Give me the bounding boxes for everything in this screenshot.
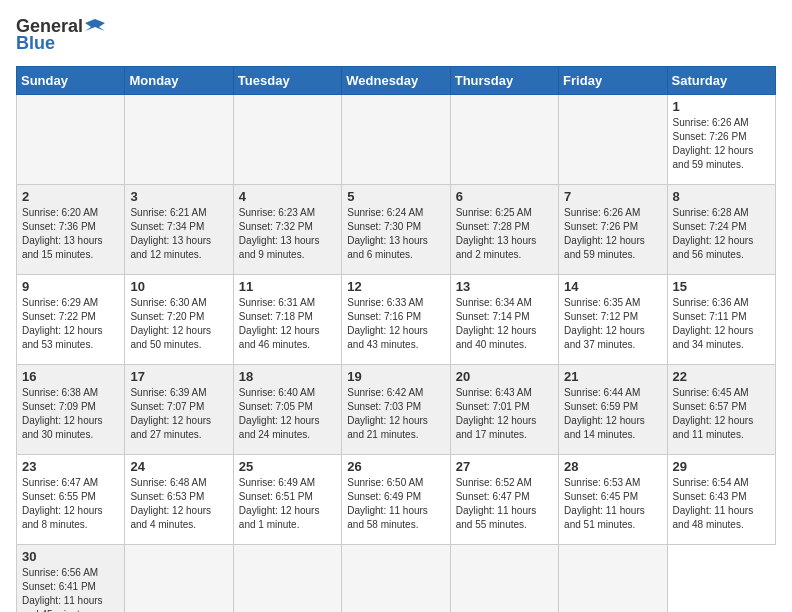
day-info: Sunrise: 6:47 AMSunset: 6:55 PMDaylight:… (22, 476, 119, 532)
calendar-row: 30Sunrise: 6:56 AMSunset: 6:41 PMDayligh… (17, 545, 776, 613)
day-number: 18 (239, 369, 336, 384)
weekday-header-row: SundayMondayTuesdayWednesdayThursdayFrid… (17, 67, 776, 95)
table-row: 15Sunrise: 6:36 AMSunset: 7:11 PMDayligh… (667, 275, 775, 365)
day-number: 30 (22, 549, 119, 564)
day-number: 14 (564, 279, 661, 294)
weekday-friday: Friday (559, 67, 667, 95)
weekday-monday: Monday (125, 67, 233, 95)
day-number: 21 (564, 369, 661, 384)
day-info: Sunrise: 6:39 AMSunset: 7:07 PMDaylight:… (130, 386, 227, 442)
day-info: Sunrise: 6:56 AMSunset: 6:41 PMDaylight:… (22, 566, 119, 612)
day-info: Sunrise: 6:42 AMSunset: 7:03 PMDaylight:… (347, 386, 444, 442)
day-info: Sunrise: 6:44 AMSunset: 6:59 PMDaylight:… (564, 386, 661, 442)
day-number: 2 (22, 189, 119, 204)
table-row: 14Sunrise: 6:35 AMSunset: 7:12 PMDayligh… (559, 275, 667, 365)
table-row (559, 95, 667, 185)
table-row: 4Sunrise: 6:23 AMSunset: 7:32 PMDaylight… (233, 185, 341, 275)
day-info: Sunrise: 6:50 AMSunset: 6:49 PMDaylight:… (347, 476, 444, 532)
table-row: 2Sunrise: 6:20 AMSunset: 7:36 PMDaylight… (17, 185, 125, 275)
calendar-row: 9Sunrise: 6:29 AMSunset: 7:22 PMDaylight… (17, 275, 776, 365)
day-info: Sunrise: 6:31 AMSunset: 7:18 PMDaylight:… (239, 296, 336, 352)
day-info: Sunrise: 6:21 AMSunset: 7:34 PMDaylight:… (130, 206, 227, 262)
table-row: 29Sunrise: 6:54 AMSunset: 6:43 PMDayligh… (667, 455, 775, 545)
day-info: Sunrise: 6:28 AMSunset: 7:24 PMDaylight:… (673, 206, 770, 262)
svg-marker-0 (85, 19, 105, 31)
table-row: 16Sunrise: 6:38 AMSunset: 7:09 PMDayligh… (17, 365, 125, 455)
day-info: Sunrise: 6:54 AMSunset: 6:43 PMDaylight:… (673, 476, 770, 532)
day-number: 4 (239, 189, 336, 204)
day-number: 16 (22, 369, 119, 384)
day-info: Sunrise: 6:26 AMSunset: 7:26 PMDaylight:… (673, 116, 770, 172)
day-number: 5 (347, 189, 444, 204)
day-info: Sunrise: 6:40 AMSunset: 7:05 PMDaylight:… (239, 386, 336, 442)
day-number: 11 (239, 279, 336, 294)
table-row: 8Sunrise: 6:28 AMSunset: 7:24 PMDaylight… (667, 185, 775, 275)
day-number: 20 (456, 369, 553, 384)
day-info: Sunrise: 6:30 AMSunset: 7:20 PMDaylight:… (130, 296, 227, 352)
table-row (342, 545, 450, 613)
table-row (125, 545, 233, 613)
table-row: 27Sunrise: 6:52 AMSunset: 6:47 PMDayligh… (450, 455, 558, 545)
day-info: Sunrise: 6:35 AMSunset: 7:12 PMDaylight:… (564, 296, 661, 352)
day-number: 8 (673, 189, 770, 204)
table-row: 22Sunrise: 6:45 AMSunset: 6:57 PMDayligh… (667, 365, 775, 455)
table-row (233, 95, 341, 185)
day-number: 19 (347, 369, 444, 384)
table-row (17, 95, 125, 185)
table-row (125, 95, 233, 185)
day-number: 22 (673, 369, 770, 384)
day-info: Sunrise: 6:45 AMSunset: 6:57 PMDaylight:… (673, 386, 770, 442)
table-row: 13Sunrise: 6:34 AMSunset: 7:14 PMDayligh… (450, 275, 558, 365)
table-row: 30Sunrise: 6:56 AMSunset: 6:41 PMDayligh… (17, 545, 125, 613)
day-info: Sunrise: 6:26 AMSunset: 7:26 PMDaylight:… (564, 206, 661, 262)
weekday-sunday: Sunday (17, 67, 125, 95)
table-row: 25Sunrise: 6:49 AMSunset: 6:51 PMDayligh… (233, 455, 341, 545)
table-row (559, 545, 667, 613)
day-number: 13 (456, 279, 553, 294)
table-row: 19Sunrise: 6:42 AMSunset: 7:03 PMDayligh… (342, 365, 450, 455)
day-info: Sunrise: 6:48 AMSunset: 6:53 PMDaylight:… (130, 476, 227, 532)
calendar-row: 16Sunrise: 6:38 AMSunset: 7:09 PMDayligh… (17, 365, 776, 455)
day-info: Sunrise: 6:29 AMSunset: 7:22 PMDaylight:… (22, 296, 119, 352)
page-header: General Blue (16, 16, 776, 54)
table-row (233, 545, 341, 613)
day-info: Sunrise: 6:52 AMSunset: 6:47 PMDaylight:… (456, 476, 553, 532)
weekday-thursday: Thursday (450, 67, 558, 95)
table-row: 12Sunrise: 6:33 AMSunset: 7:16 PMDayligh… (342, 275, 450, 365)
day-number: 25 (239, 459, 336, 474)
day-number: 27 (456, 459, 553, 474)
logo: General Blue (16, 16, 105, 54)
day-number: 29 (673, 459, 770, 474)
table-row: 1Sunrise: 6:26 AMSunset: 7:26 PMDaylight… (667, 95, 775, 185)
weekday-wednesday: Wednesday (342, 67, 450, 95)
calendar-table: SundayMondayTuesdayWednesdayThursdayFrid… (16, 66, 776, 612)
day-number: 10 (130, 279, 227, 294)
day-number: 1 (673, 99, 770, 114)
table-row: 18Sunrise: 6:40 AMSunset: 7:05 PMDayligh… (233, 365, 341, 455)
table-row: 20Sunrise: 6:43 AMSunset: 7:01 PMDayligh… (450, 365, 558, 455)
calendar-body: 1Sunrise: 6:26 AMSunset: 7:26 PMDaylight… (17, 95, 776, 613)
day-number: 24 (130, 459, 227, 474)
table-row: 3Sunrise: 6:21 AMSunset: 7:34 PMDaylight… (125, 185, 233, 275)
day-info: Sunrise: 6:34 AMSunset: 7:14 PMDaylight:… (456, 296, 553, 352)
day-number: 17 (130, 369, 227, 384)
calendar-row: 1Sunrise: 6:26 AMSunset: 7:26 PMDaylight… (17, 95, 776, 185)
calendar-row: 23Sunrise: 6:47 AMSunset: 6:55 PMDayligh… (17, 455, 776, 545)
table-row: 24Sunrise: 6:48 AMSunset: 6:53 PMDayligh… (125, 455, 233, 545)
day-info: Sunrise: 6:24 AMSunset: 7:30 PMDaylight:… (347, 206, 444, 262)
table-row: 21Sunrise: 6:44 AMSunset: 6:59 PMDayligh… (559, 365, 667, 455)
weekday-tuesday: Tuesday (233, 67, 341, 95)
day-info: Sunrise: 6:53 AMSunset: 6:45 PMDaylight:… (564, 476, 661, 532)
table-row: 28Sunrise: 6:53 AMSunset: 6:45 PMDayligh… (559, 455, 667, 545)
table-row: 9Sunrise: 6:29 AMSunset: 7:22 PMDaylight… (17, 275, 125, 365)
logo-text-blue: Blue (16, 33, 55, 54)
table-row (450, 95, 558, 185)
day-info: Sunrise: 6:36 AMSunset: 7:11 PMDaylight:… (673, 296, 770, 352)
day-number: 15 (673, 279, 770, 294)
table-row: 5Sunrise: 6:24 AMSunset: 7:30 PMDaylight… (342, 185, 450, 275)
logo-bird-icon (85, 17, 105, 37)
day-number: 9 (22, 279, 119, 294)
table-row (342, 95, 450, 185)
day-info: Sunrise: 6:33 AMSunset: 7:16 PMDaylight:… (347, 296, 444, 352)
calendar-row: 2Sunrise: 6:20 AMSunset: 7:36 PMDaylight… (17, 185, 776, 275)
